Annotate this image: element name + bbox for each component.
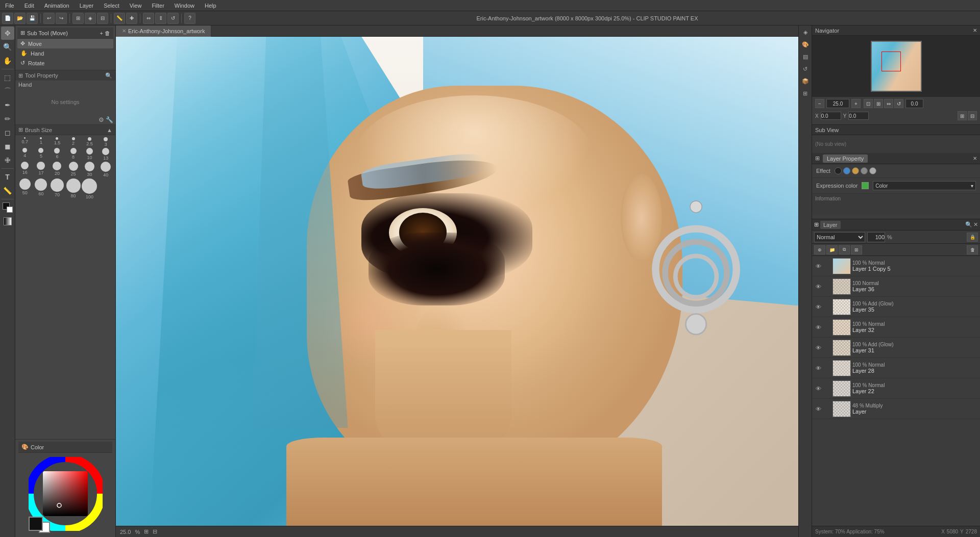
blend-lock-icon[interactable]: 🔒: [967, 233, 978, 242]
brush-size-8[interactable]: 8: [66, 148, 81, 161]
brush-size-17[interactable]: 17: [34, 162, 49, 177]
flip-v-btn[interactable]: ⇕: [155, 13, 166, 24]
tool-property-search-icon[interactable]: 🔍: [105, 72, 112, 79]
menu-window[interactable]: Window: [172, 2, 198, 10]
transform-btn[interactable]: ⊞: [72, 13, 84, 24]
menu-edit[interactable]: Edit: [21, 2, 37, 10]
nav-actual-size-icon[interactable]: ⊞: [874, 99, 883, 108]
layer-row-7[interactable]: 👁 48 % Multiply Layer: [812, 399, 980, 419]
layer-lock-6[interactable]: [824, 385, 831, 392]
ruler-btn[interactable]: 📏: [114, 13, 125, 24]
subtool-item-rotate[interactable]: ↺ Rotate: [17, 58, 113, 68]
effect-circle-dark[interactable]: [835, 167, 842, 174]
brush-size-100[interactable]: 100: [82, 178, 97, 199]
layer-row-2[interactable]: 👁 100 % Add (Glow) Layer 35: [812, 297, 980, 317]
brush-size-13[interactable]: 13: [98, 148, 113, 161]
layer-row-3[interactable]: 👁 100 % Normal Layer 32: [812, 317, 980, 338]
panel-toggle-subtool[interactable]: ⊞: [800, 88, 811, 99]
brush-size-3[interactable]: 3: [98, 137, 113, 147]
brush-size-50[interactable]: 50: [17, 178, 33, 199]
layer-panel-close-icon[interactable]: ✕: [973, 221, 978, 228]
navigator-angle-input[interactable]: [905, 99, 923, 108]
nav-flip-icon[interactable]: ⇔: [884, 99, 893, 108]
blend-mode-select[interactable]: Normal Multiply Add (Glow): [814, 232, 865, 242]
nav-y-input[interactable]: [848, 112, 869, 120]
tool-lasso[interactable]: ⌒: [1, 85, 14, 98]
layer-lock-3[interactable]: [824, 324, 831, 331]
brush-size-15[interactable]: 1.5: [50, 137, 65, 147]
layer-lock-1[interactable]: [824, 283, 831, 290]
rotate-view-btn[interactable]: ↺: [167, 13, 179, 24]
brush-size-20[interactable]: 20: [50, 162, 65, 177]
stamp-btn[interactable]: ◈: [85, 13, 96, 24]
layer-row-5[interactable]: 👁 100 % Normal Layer 28: [812, 358, 980, 378]
tool-brush[interactable]: ✏: [1, 112, 14, 125]
menu-filter[interactable]: Filter: [149, 2, 167, 10]
nav-zoom-out-icon[interactable]: −: [815, 99, 824, 108]
layer-eye-6[interactable]: 👁: [814, 385, 822, 393]
tool-ruler[interactable]: 📏: [1, 184, 14, 197]
layer-lock-7[interactable]: [824, 405, 831, 413]
layer-row-1[interactable]: 👁 100 Normal Layer 36: [812, 276, 980, 297]
tool-prop-gear-icon[interactable]: ⚙: [99, 116, 104, 123]
panel-toggle-material[interactable]: 📦: [800, 75, 811, 87]
close-tab-icon[interactable]: ✕: [122, 28, 126, 34]
canvas-wrapper[interactable]: [116, 37, 798, 526]
tool-hand[interactable]: ✋: [1, 54, 14, 67]
fg-bg-colors-icon[interactable]: [1, 201, 14, 214]
subtool-item-hand[interactable]: ✋ Hand: [17, 48, 113, 58]
brush-size-80[interactable]: 80: [66, 178, 81, 199]
menu-animation[interactable]: Animation: [41, 2, 72, 10]
layer-eye-4[interactable]: 👁: [814, 344, 822, 352]
foreground-color[interactable]: [29, 517, 43, 531]
expr-color-swatch[interactable]: [862, 182, 869, 189]
brush-size-60[interactable]: 60: [34, 178, 49, 199]
tool-prop-wrench-icon[interactable]: 🔧: [106, 116, 113, 123]
menu-layer[interactable]: Layer: [77, 2, 97, 10]
brush-size-25[interactable]: 25: [66, 162, 81, 177]
effect-circle-gold[interactable]: [852, 167, 859, 174]
brush-size-07[interactable]: 0.7: [17, 137, 33, 147]
layer-tab-active[interactable]: Layer: [820, 221, 841, 229]
navigator-thumbnail[interactable]: [871, 41, 922, 92]
tool-gradient[interactable]: [1, 215, 14, 228]
panel-toggle-color[interactable]: 🎨: [800, 39, 811, 50]
layer-lock-4[interactable]: [824, 344, 831, 351]
layer-lock-5[interactable]: [824, 365, 831, 372]
layer-panel-search-icon[interactable]: 🔍: [965, 221, 972, 228]
layer-eye-2[interactable]: 👁: [814, 303, 822, 311]
guide-btn[interactable]: ✚: [126, 13, 137, 24]
open-btn[interactable]: 📂: [14, 13, 26, 24]
nav-close-icon[interactable]: ✕: [973, 28, 977, 33]
nav-mode-icon1[interactable]: ⊞: [958, 111, 967, 120]
new-layer-icon[interactable]: ⊕: [814, 245, 825, 254]
panel-toggle-history[interactable]: ↺: [800, 63, 811, 74]
menu-view[interactable]: View: [127, 2, 145, 10]
navigator-zoom-input[interactable]: [826, 99, 849, 108]
save-btn[interactable]: 💾: [27, 13, 38, 24]
tool-move[interactable]: ✥: [1, 27, 14, 40]
layer-property-tab[interactable]: Layer Property: [823, 155, 868, 163]
brush-size-4[interactable]: 4: [17, 148, 33, 161]
new-folder-icon[interactable]: 📁: [826, 245, 838, 254]
brush-size-10[interactable]: 10: [82, 148, 97, 161]
nav-zoom-in-icon[interactable]: +: [851, 99, 861, 108]
layer-eye-5[interactable]: 👁: [814, 364, 822, 372]
layer-eye-3[interactable]: 👁: [814, 323, 822, 331]
brush-size-30[interactable]: 30: [82, 162, 97, 177]
nav-view-rect[interactable]: [881, 52, 901, 71]
brush-size-70[interactable]: 70: [50, 178, 65, 199]
layer-eye-0[interactable]: 👁: [814, 262, 822, 270]
layer-row-4[interactable]: 👁 100 % Add (Glow) Layer 31: [812, 338, 980, 358]
layer-row-0[interactable]: 👁 100 % Normal Layer 1 Copy 5: [812, 256, 980, 276]
layer-lock-2[interactable]: [824, 303, 831, 311]
layer-row-6[interactable]: 👁 100 % Normal Layer 22: [812, 378, 980, 399]
tool-eraser[interactable]: ◻: [1, 126, 14, 139]
layer-lock-0[interactable]: [824, 263, 831, 270]
mesh-btn[interactable]: ⊟: [97, 13, 108, 24]
layer-eye-7[interactable]: 👁: [814, 405, 822, 413]
effect-circle-blue[interactable]: [843, 167, 850, 174]
nav-rotate-icon[interactable]: ↺: [894, 99, 903, 108]
tool-eyedropper[interactable]: ✙: [1, 154, 14, 167]
help-btn[interactable]: ?: [184, 13, 195, 24]
